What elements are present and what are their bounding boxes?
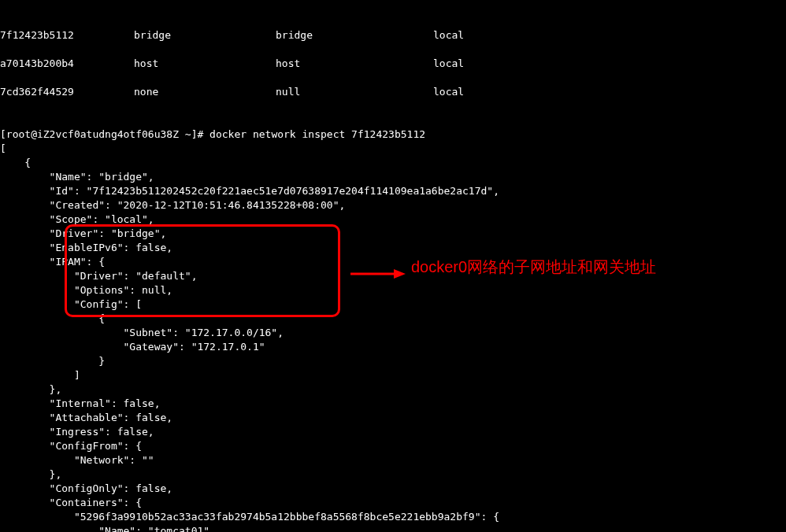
json-line: "ConfigFrom": { [0,440,142,452]
json-line: }, [0,468,61,480]
network-driver: bridge [276,28,433,42]
json-line: "Containers": { [0,497,142,508]
json-line: "Gateway": "172.17.0.1" [0,341,265,353]
json-line: "Driver": "default", [0,270,197,282]
network-id: 7f12423b5112 [0,28,134,42]
json-line: "EnableIPv6": false, [0,242,172,253]
shell-prompt: [root@iZ2vcf0atudng4otf06u38Z ~]# [0,128,209,140]
json-line: "Name": "bridge", [0,171,154,183]
json-line: } [0,355,105,367]
network-table: 7f12423b5112bridgebridgelocal a70143b200… [0,14,786,113]
table-row: a70143b200b4hosthostlocal [0,57,786,71]
network-driver: null [276,85,433,99]
network-name: none [134,85,276,99]
json-line: "Options": null, [0,284,172,296]
json-line: { [0,157,31,168]
json-line: "5296f3a9910b52ac33ac33fab2974b5a12bbbef… [0,511,499,523]
network-name: bridge [134,28,276,42]
json-line: { [0,312,105,324]
json-line: }, [0,383,61,395]
network-id: a70143b200b4 [0,57,134,71]
json-line: "Created": "2020-12-12T10:51:46.84135228… [0,199,345,211]
terminal-output[interactable]: 7f12423b5112bridgebridgelocal a70143b200… [0,0,786,532]
command-text: docker network inspect 7f12423b5112 [209,128,425,140]
json-line: "Id": "7f12423b511202452c20f221aec51e7d0… [0,185,499,197]
network-scope: local [433,28,786,42]
network-name: host [134,57,276,71]
json-line: "IPAM": { [0,256,105,268]
network-id: 7cd362f44529 [0,85,134,99]
network-scope: local [433,57,786,71]
json-line: "Ingress": false, [0,426,154,438]
json-line: "Network": "" [0,454,154,466]
network-driver: host [276,57,433,71]
json-line: "Subnet": "172.17.0.0/16", [0,327,284,338]
network-scope: local [433,85,786,99]
json-line: [ [0,142,6,154]
json-line: "Scope": "local", [0,213,154,225]
json-line: ] [0,369,80,381]
json-line: "Attachable": false, [0,412,172,423]
json-line: "Name": "tomcat01", [0,525,216,532]
json-line: "ConfigOnly": false, [0,482,172,494]
table-row: 7f12423b5112bridgebridgelocal [0,28,786,42]
json-line: "Internal": false, [0,397,161,409]
json-line: "Config": [ [0,298,142,310]
table-row: 7cd362f44529nonenulllocal [0,85,786,99]
json-line: "Driver": "bridge", [0,227,166,239]
